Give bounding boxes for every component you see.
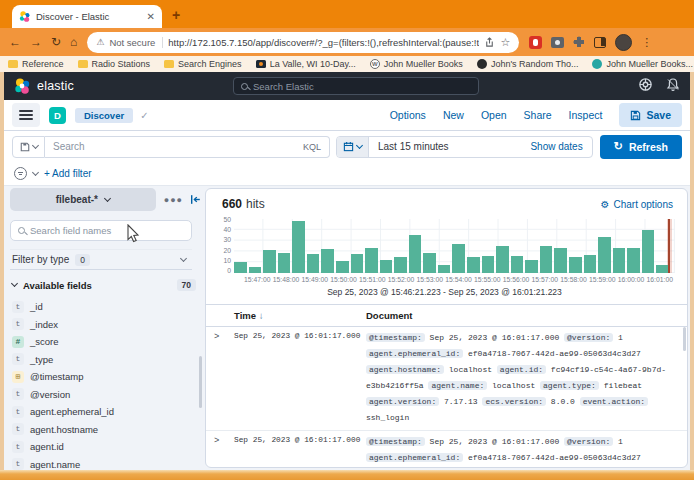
histogram-bar[interactable] [482,256,495,273]
new-button[interactable]: New [443,109,464,121]
chevron-down-icon[interactable] [32,168,39,175]
tab-close-icon[interactable]: ✕ [147,11,155,22]
space-badge[interactable]: D [49,107,66,124]
open-button[interactable]: Open [481,109,507,121]
field-item[interactable]: #_score [10,333,202,351]
calendar-button[interactable] [337,137,369,157]
inspect-button[interactable]: Inspect [569,109,603,121]
share-button[interactable]: Share [524,109,552,121]
histogram-bar[interactable] [511,256,524,273]
collapse-sidebar-icon[interactable] [189,193,202,206]
sidebar-scrollbar[interactable] [199,356,202,408]
field-item[interactable]: tagent.hostname [10,421,202,439]
add-filter-link[interactable]: + Add filter [44,168,92,179]
field-item[interactable]: ⊞@timestamp [10,368,202,386]
histogram-bar[interactable] [292,221,305,273]
field-item[interactable]: tagent.name [10,456,202,471]
time-range-value[interactable]: Last 15 minutes [369,137,521,157]
filter-by-type-button[interactable]: Filter by type 0 [10,249,192,270]
histogram-bar[interactable] [584,255,597,273]
field-item[interactable]: t@version [10,386,202,404]
histogram-bar[interactable] [351,254,364,273]
new-tab-button[interactable]: + [172,7,180,23]
field-search-input[interactable] [30,225,184,236]
puzzle-icon[interactable] [573,36,585,48]
refresh-button[interactable]: ↻ Refresh [600,135,682,159]
bookmark-item[interactable]: WJohn Mueller Books [370,59,463,69]
kql-search-box[interactable]: KQL [45,136,330,158]
global-search[interactable] [233,77,479,95]
histogram-bar[interactable] [365,248,378,273]
histogram-bar[interactable] [525,260,538,273]
histogram-bar[interactable] [540,246,553,273]
index-pattern-select[interactable]: filebeat-* [10,188,156,211]
bookmark-star-icon[interactable]: ☆ [500,36,510,49]
help-icon[interactable] [638,77,653,92]
show-dates-link[interactable]: Show dates [521,137,591,157]
histogram-bar[interactable] [569,257,582,273]
browser-menu-icon[interactable]: ⋮ [641,36,652,49]
histogram-bar[interactable] [307,254,320,273]
histogram-bar[interactable] [380,260,393,273]
field-item[interactable]: tagent.ephemeral_id [10,403,202,421]
histogram-bar[interactable] [249,267,262,273]
histogram-bar[interactable] [263,250,276,273]
global-search-input[interactable] [253,81,471,92]
saved-query-button[interactable] [12,136,45,158]
bookmark-item[interactable]: John's Random Tho... [477,59,579,69]
profile-avatar[interactable] [615,34,632,51]
kql-search-input[interactable] [53,141,303,152]
split-screen-icon[interactable] [594,37,606,48]
histogram-bar[interactable] [496,246,509,273]
bookmark-item[interactable]: Search Engines [164,59,242,69]
field-item[interactable]: t_type [10,351,202,369]
table-scrollbar[interactable] [683,327,686,351]
histogram-bar[interactable] [656,265,669,273]
index-options-icon[interactable]: ●●● [164,195,183,205]
alerts-bell-icon[interactable] [666,77,680,92]
options-button[interactable]: Options [390,109,426,121]
histogram-bar[interactable] [627,248,640,273]
histogram-bar[interactable] [467,257,480,273]
url-field[interactable]: ⚠ Not secure http://172.105.7.150/app/di… [87,32,519,53]
histogram-bar[interactable] [321,249,334,273]
histogram-bar[interactable] [438,265,451,273]
field-search-box[interactable] [10,220,192,241]
histogram-bar[interactable] [336,261,349,273]
field-item[interactable]: t_index [10,316,202,334]
field-item[interactable]: t_id [10,298,202,316]
screenshot-icon[interactable] [551,37,564,48]
browser-tab[interactable]: Discover - Elastic ✕ [12,5,162,28]
histogram-bar[interactable] [278,253,291,273]
expand-row-icon[interactable]: > [214,436,230,468]
histogram-bar[interactable] [613,248,626,273]
home-button[interactable]: ⌂ [70,35,77,49]
histogram-bar[interactable] [394,257,407,273]
adblock-icon[interactable] [529,36,542,49]
bookmark-item[interactable]: La Valle, WI 10-Day... [256,59,356,69]
histogram-bar[interactable] [598,237,611,273]
bookmark-item[interactable]: Radio Stations [78,59,151,69]
menu-hamburger-button[interactable] [12,103,40,127]
field-item[interactable]: tagent.id [10,438,202,456]
histogram-bar[interactable] [423,253,436,273]
histogram-bar[interactable] [234,262,247,273]
reload-button[interactable]: ↻ [51,35,61,49]
histogram-bar[interactable] [642,230,655,273]
filter-set-icon[interactable] [14,167,27,180]
sort-desc-icon[interactable]: ↓ [259,310,264,321]
chart-options-button[interactable]: ⚙ Chart options [601,199,673,210]
save-button[interactable]: Save [619,103,682,127]
back-button[interactable]: ← [9,35,21,49]
share-icon[interactable] [484,37,495,48]
histogram-bar[interactable] [452,244,465,273]
forward-button[interactable]: → [30,35,42,49]
available-fields-header[interactable]: Available fields 70 [10,279,202,291]
bookmark-item[interactable]: Reference [8,59,64,69]
histogram-bar[interactable] [409,235,422,273]
bookmark-item[interactable]: John Mueller Books... [592,59,693,69]
histogram-bar[interactable] [554,248,567,273]
kql-label[interactable]: KQL [303,142,321,152]
time-column-header[interactable]: Time ↓ [234,310,352,321]
expand-row-icon[interactable]: > [214,332,230,426]
